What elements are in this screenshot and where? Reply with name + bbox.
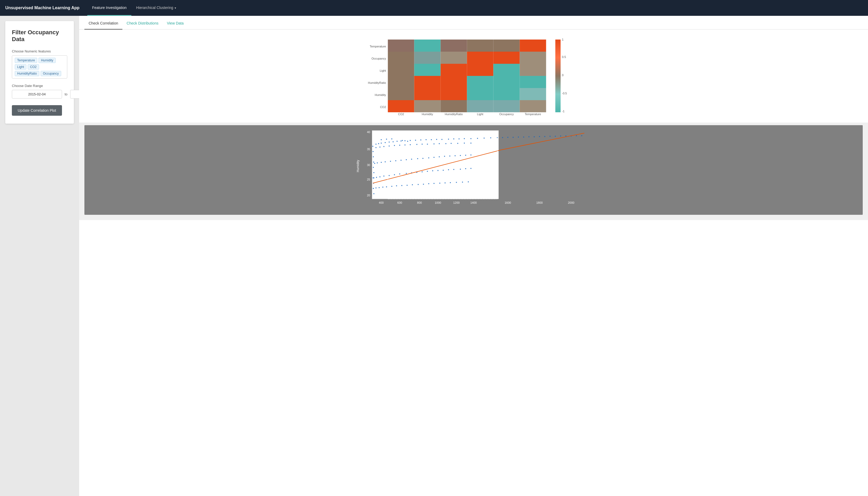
svg-point-88	[460, 169, 461, 170]
svg-point-72	[376, 177, 377, 178]
svg-point-81	[422, 171, 423, 172]
svg-point-106	[445, 182, 446, 183]
svg-point-45	[439, 143, 440, 144]
svg-point-115	[502, 137, 503, 138]
svg-point-134	[402, 140, 403, 141]
cell-hum-humidity	[414, 88, 441, 100]
svg-point-51	[374, 163, 375, 164]
nav-hierarchical-clustering[interactable]: Hierarchical Clustering	[131, 0, 181, 16]
svg-point-56	[395, 160, 396, 161]
svg-point-34	[379, 146, 380, 148]
features-select[interactable]: Temperature Humidity Light CO2 HumidityR…	[12, 55, 67, 79]
nav-feature-investigation-label: Feature Investigation	[92, 5, 126, 10]
y-tick-35: 35	[367, 148, 370, 151]
svg-point-120	[528, 136, 529, 137]
svg-point-84	[437, 170, 439, 171]
svg-point-21	[410, 140, 411, 141]
tab-check-distributions-label: Check Distributions	[126, 21, 159, 25]
svg-point-117	[513, 137, 514, 138]
svg-point-38	[399, 145, 400, 146]
cell-hum-co2	[388, 88, 414, 100]
svg-point-30	[459, 138, 460, 139]
svg-point-22	[415, 140, 416, 141]
svg-point-122	[539, 136, 540, 137]
tab-check-correlation[interactable]: Check Correlation	[85, 17, 122, 30]
svg-point-74	[384, 175, 385, 176]
svg-point-87	[453, 169, 454, 170]
heatmap-svg: Temperature Occupancy Light HumidityRati…	[85, 35, 863, 117]
update-correlation-button[interactable]: Update Correlation Plot	[12, 105, 62, 116]
svg-point-49	[464, 143, 465, 144]
tab-view-data[interactable]: View Data	[163, 17, 188, 30]
svg-point-83	[432, 170, 433, 171]
cell-co2-occupancy	[493, 100, 520, 112]
svg-point-23	[420, 139, 421, 140]
svg-point-100	[412, 184, 413, 185]
scatter-y-label: Humidity	[356, 160, 360, 172]
cell-light-humidityratio	[441, 64, 467, 76]
svg-point-107	[450, 182, 451, 183]
x-tick-1400: 1400	[470, 201, 477, 204]
x-label-humidityratio: HumidityRatio	[445, 112, 463, 116]
svg-point-29	[453, 138, 454, 139]
svg-point-58	[406, 159, 407, 160]
y-tick-25: 25	[367, 178, 370, 181]
cell-hr-co2	[388, 76, 414, 88]
cell-temp-light	[467, 40, 493, 52]
svg-point-50	[470, 143, 472, 144]
svg-point-20	[405, 140, 406, 141]
svg-point-53	[381, 162, 382, 163]
x-label-light: Light	[477, 112, 483, 116]
svg-point-96	[391, 186, 392, 187]
svg-point-127	[566, 136, 567, 137]
scatter-area: Humidity 40 35 30 25 20 400 600 800 1000…	[79, 123, 868, 220]
x-label-co2: CO2	[398, 112, 404, 116]
svg-point-59	[411, 159, 412, 160]
svg-point-42	[422, 144, 423, 145]
svg-point-121	[534, 136, 535, 137]
cell-hr-humidityratio	[441, 76, 467, 88]
svg-point-12	[376, 144, 377, 145]
y-label-humidityratio: HumidityRatio	[368, 81, 386, 84]
svg-point-65	[444, 156, 445, 157]
svg-point-31	[464, 138, 465, 139]
svg-point-95	[386, 186, 387, 187]
cell-hr-temperature	[520, 76, 546, 88]
scatter-svg: Humidity 40 35 30 25 20 400 600 800 1000…	[85, 125, 863, 215]
svg-point-89	[465, 168, 466, 169]
svg-point-75	[389, 175, 390, 176]
cell-occ-light	[467, 52, 493, 64]
svg-point-60	[417, 158, 418, 159]
nav-feature-investigation[interactable]: Feature Investigation	[87, 0, 131, 16]
x-tick-1200: 1200	[453, 201, 460, 204]
svg-point-91	[373, 188, 374, 189]
svg-point-13	[378, 143, 379, 144]
date-from-input[interactable]	[12, 90, 62, 98]
x-tick-1600: 1600	[505, 201, 511, 204]
x-tick-1000: 1000	[435, 201, 441, 204]
cell-light-co2	[388, 64, 414, 76]
svg-point-64	[439, 156, 440, 157]
svg-point-135	[407, 141, 408, 142]
svg-point-131	[381, 139, 382, 140]
x-tick-400: 400	[379, 201, 384, 204]
svg-point-133	[391, 138, 392, 139]
tab-check-distributions[interactable]: Check Distributions	[122, 17, 163, 30]
cell-hum-humidityratio	[441, 88, 467, 100]
cell-occ-humidityratio	[441, 52, 467, 64]
x-label-humidity: Humidity	[422, 112, 433, 116]
feature-tag-co2: CO2	[28, 64, 39, 69]
y-label-occupancy: Occupancy	[371, 57, 386, 60]
svg-point-19	[401, 140, 402, 141]
y-label-light: Light	[380, 69, 386, 72]
svg-point-16	[389, 141, 390, 143]
legend-1: 1	[562, 38, 564, 41]
features-label: Choose Numeric features	[12, 49, 67, 53]
svg-point-6	[373, 167, 374, 168]
svg-point-32	[470, 138, 472, 139]
cell-light-humidity	[414, 64, 441, 76]
cell-occ-co2	[388, 52, 414, 64]
svg-point-124	[550, 136, 551, 137]
date-range-row: to	[12, 90, 67, 98]
svg-point-4	[373, 156, 374, 157]
